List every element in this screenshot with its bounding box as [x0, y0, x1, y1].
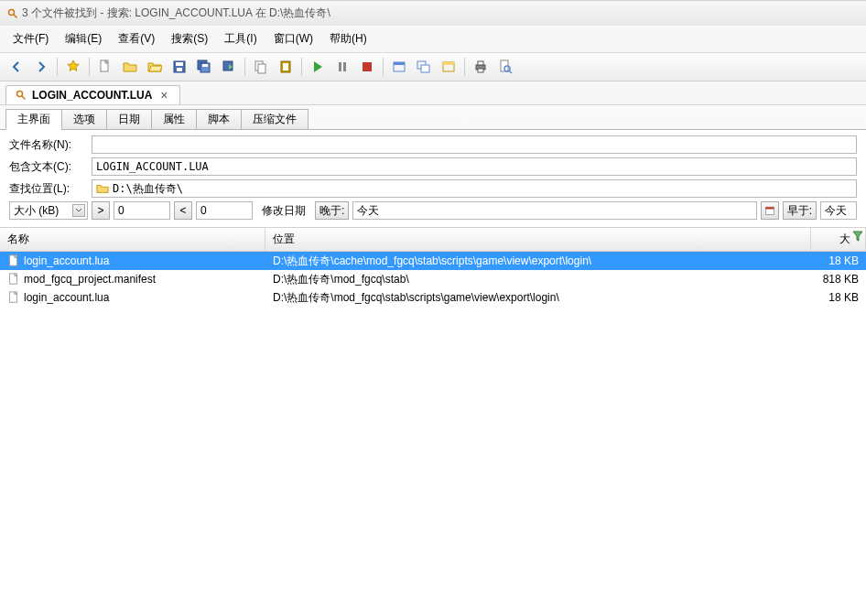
filter-icon [852, 231, 863, 242]
back-button[interactable] [5, 56, 27, 78]
search-panel: 主界面 选项 日期 属性 脚本 压缩文件 文件名称(N): 包含文本(C): 查… [0, 105, 866, 228]
col-header-size[interactable]: 大 [811, 228, 866, 251]
app-window: 3 个文件被找到 - 搜索: LOGIN_ACCOUNT.LUA 在 D:\热血… [0, 0, 866, 616]
menu-search[interactable]: 搜索(S) [164, 28, 215, 49]
toolbar [0, 53, 866, 81]
tab-label: LOGIN_ACCOUNT.LUA [32, 89, 152, 102]
new-file-button[interactable] [94, 56, 116, 78]
svg-rect-24 [478, 61, 483, 65]
size-min-input[interactable] [114, 201, 170, 220]
window-title: 3 个文件被找到 - 搜索: LOGIN_ACCOUNT.LUA 在 D:\热血… [22, 5, 330, 21]
calendar-icon [764, 205, 775, 216]
after-button[interactable]: 晚于: [315, 201, 349, 220]
document-tab[interactable]: LOGIN_ACCOUNT.LUA × [5, 85, 180, 104]
menu-bar: 文件(F) 编辑(E) 查看(V) 搜索(S) 工具(I) 窗口(W) 帮助(H… [0, 26, 866, 53]
svg-rect-25 [478, 69, 483, 72]
col-header-name[interactable]: 名称 [0, 228, 265, 251]
separator [464, 58, 465, 76]
size-max-input[interactable] [196, 201, 253, 220]
before-date-input[interactable] [820, 201, 857, 220]
file-icon [7, 291, 20, 304]
svg-point-29 [17, 92, 23, 97]
cell-location: D:\热血传奇\mod_fgcq\stab\ [265, 270, 811, 289]
print-button[interactable] [470, 56, 492, 78]
search-icon [16, 90, 27, 101]
size-unit-combo[interactable]: 大小 (kB) [9, 201, 88, 220]
svg-rect-22 [443, 62, 454, 65]
file-icon [7, 254, 20, 267]
subtab-main[interactable]: 主界面 [5, 109, 62, 130]
window-2-button[interactable] [413, 56, 435, 78]
greater-than-button[interactable]: > [92, 201, 110, 220]
file-icon [7, 273, 20, 286]
cell-name: login_account.lua [0, 289, 265, 306]
paste-button[interactable] [275, 56, 297, 78]
menu-edit[interactable]: 编辑(E) [58, 28, 109, 49]
open-folder-2-button[interactable] [144, 56, 166, 78]
subtab-date[interactable]: 日期 [106, 109, 152, 130]
window-1-button[interactable] [388, 56, 410, 78]
subtab-options[interactable]: 选项 [61, 109, 107, 130]
cell-size: 18 KB [811, 253, 866, 269]
svg-rect-5 [177, 68, 182, 71]
filename-input[interactable] [92, 135, 857, 154]
cell-size: 18 KB [811, 289, 866, 306]
search-icon [7, 8, 18, 19]
search-form: 文件名称(N): 包含文本(C): 查找位置(L): D:\热血传奇\ 大小 (… [0, 129, 866, 227]
svg-rect-16 [363, 62, 372, 71]
cell-name: mod_fgcq_project.manifest [0, 271, 265, 287]
menu-help[interactable]: 帮助(H) [322, 28, 374, 49]
run-button[interactable] [307, 56, 329, 78]
col-size-label: 大 [839, 232, 850, 245]
after-calendar-button[interactable] [761, 201, 779, 220]
table-row[interactable]: login_account.luaD:\热血传奇\mod_fgcq\stab\s… [0, 288, 866, 307]
location-input[interactable]: D:\热血传奇\ [92, 179, 857, 198]
menu-view[interactable]: 查看(V) [111, 28, 162, 49]
svg-rect-13 [283, 63, 288, 70]
filename-label: 文件名称(N): [9, 137, 88, 153]
svg-line-28 [509, 70, 512, 73]
cell-name: login_account.lua [0, 253, 265, 269]
save-all-button[interactable] [193, 56, 215, 78]
col-header-location[interactable]: 位置 [265, 228, 811, 251]
svg-line-1 [14, 14, 17, 17]
preview-button[interactable] [494, 56, 516, 78]
open-folder-button[interactable] [119, 56, 141, 78]
table-row[interactable]: mod_fgcq_project.manifestD:\热血传奇\mod_fgc… [0, 270, 866, 288]
results-body[interactable]: login_account.luaD:\热血传奇\cache\mod_fgcq\… [0, 252, 866, 616]
export-button[interactable] [218, 56, 240, 78]
close-tab-button[interactable]: × [157, 89, 170, 102]
stop-button[interactable] [356, 56, 378, 78]
title-bar: 3 个文件被找到 - 搜索: LOGIN_ACCOUNT.LUA 在 D:\热血… [0, 1, 866, 26]
pause-button[interactable] [331, 56, 353, 78]
svg-rect-15 [343, 62, 346, 71]
svg-rect-14 [339, 62, 341, 71]
table-row[interactable]: login_account.luaD:\热血传奇\cache\mod_fgcq\… [0, 252, 866, 270]
settings-button[interactable] [438, 56, 460, 78]
before-button[interactable]: 早于: [783, 201, 817, 220]
chevron-down-icon [72, 204, 85, 217]
less-than-button[interactable]: < [174, 201, 192, 220]
separator [383, 58, 384, 76]
size-unit-label: 大小 (kB) [14, 203, 59, 219]
subtab-script[interactable]: 脚本 [196, 109, 242, 130]
menu-window[interactable]: 窗口(W) [266, 28, 320, 49]
svg-rect-11 [258, 64, 265, 73]
forward-button[interactable] [30, 56, 52, 78]
separator [301, 58, 302, 76]
after-date-input[interactable] [352, 201, 756, 220]
subtab-zip[interactable]: 压缩文件 [241, 109, 309, 130]
contains-input[interactable] [92, 157, 857, 176]
results-pane: 名称 位置 大 login_account.luaD:\热血传奇\cache\m… [0, 228, 866, 616]
file-name: login_account.lua [24, 254, 109, 267]
subtab-attributes[interactable]: 属性 [151, 109, 197, 130]
copy-button[interactable] [250, 56, 272, 78]
menu-file[interactable]: 文件(F) [5, 28, 56, 49]
modified-date-label: 修改日期 [256, 203, 311, 219]
file-name: login_account.lua [24, 291, 109, 304]
menu-tools[interactable]: 工具(I) [217, 28, 264, 49]
separator [89, 58, 90, 76]
document-tabs: LOGIN_ACCOUNT.LUA × [0, 81, 866, 105]
save-button[interactable] [168, 56, 190, 78]
favorite-button[interactable] [62, 56, 84, 78]
